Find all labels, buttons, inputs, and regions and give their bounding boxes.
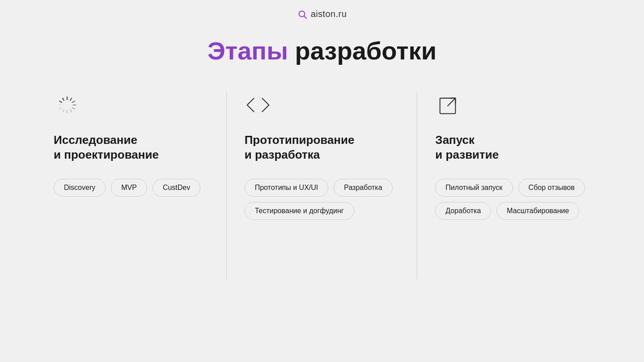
tag-custdev: CustDev (153, 179, 200, 197)
tag-discovery: Discovery (54, 179, 106, 197)
column-launch: Запуски развитие Пилотный запуск Сбор от… (417, 92, 590, 220)
icon-area-research (54, 92, 80, 118)
tag-reviews: Сбор отзывов (518, 179, 585, 197)
address-bar-url: aiston.ru (311, 9, 347, 19)
tags-research: Discovery MVP CustDev (54, 179, 209, 197)
col-title-prototype: Прототипированиеи разработка (245, 133, 400, 163)
icon-area-launch (435, 92, 462, 118)
address-bar: aiston.ru (297, 9, 347, 19)
tag-testing: Тестирование и догфудинг (245, 202, 354, 220)
svg-line-13 (63, 98, 64, 100)
launch-icon (437, 94, 460, 116)
tag-scale: Масштабирование (496, 202, 579, 220)
main-content: Исследованиеи проектирование Discovery M… (54, 92, 590, 220)
svg-line-12 (59, 101, 62, 102)
tag-razrabotka: Разработка (334, 179, 392, 197)
svg-line-6 (72, 108, 75, 109)
svg-line-1 (304, 16, 306, 18)
search-icon (297, 9, 307, 19)
icon-area-prototype (245, 92, 271, 118)
page-title-dark2: разработки (295, 37, 437, 65)
tag-pilot: Пилотный запуск (435, 179, 513, 197)
tag-dorabotka: Доработка (435, 202, 491, 220)
page-title-purple: Этапы (208, 37, 288, 65)
svg-line-10 (59, 108, 62, 109)
tag-uxui: Прототипы и UX/UI (245, 179, 329, 197)
svg-line-4 (72, 101, 75, 102)
svg-line-7 (70, 109, 72, 112)
col-title-launch: Запуски развитие (435, 133, 590, 163)
svg-line-9 (63, 109, 64, 112)
tag-mvp: MVP (111, 179, 147, 197)
svg-line-3 (70, 98, 72, 100)
column-research: Исследованиеи проектирование Discovery M… (54, 92, 227, 197)
spinner-icon (56, 94, 78, 116)
column-prototype: Прототипированиеи разработка Прототипы и… (227, 92, 418, 220)
col-title-research: Исследованиеи проектирование (54, 133, 209, 163)
code-brackets-icon (245, 96, 271, 114)
tags-launch: Пилотный запуск Сбор отзывов Доработка М… (435, 179, 590, 220)
page-title: Этапы разработки (208, 37, 436, 65)
svg-line-15 (448, 98, 455, 105)
tags-prototype: Прототипы и UX/UI Разработка Тестировани… (245, 179, 400, 220)
